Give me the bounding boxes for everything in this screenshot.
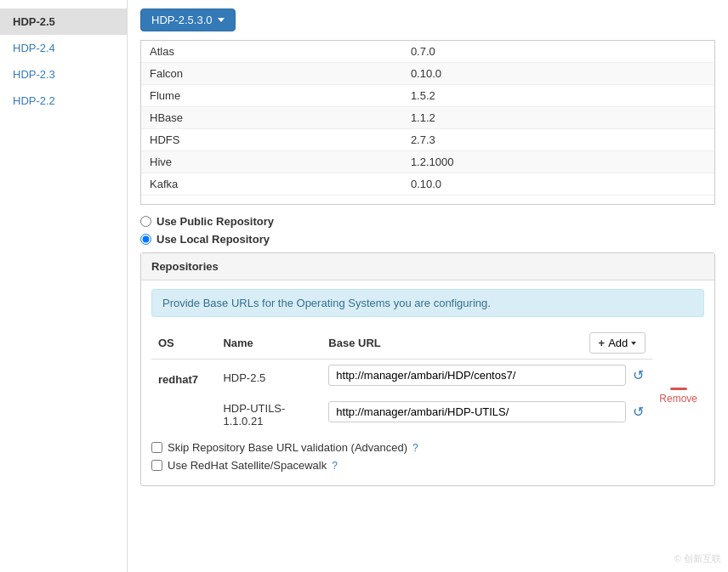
repositories-body: Provide Base URLs for the Operating Syst… <box>141 280 714 485</box>
repositories-box: Repositories Provide Base URLs for the O… <box>140 252 715 486</box>
component-version: 0.10.0 <box>402 173 714 195</box>
use-public-repo-option: Use Public Repository <box>140 215 715 228</box>
col-os-header: OS <box>151 327 216 360</box>
sidebar-item-hdp-2-5[interactable]: HDP-2.5 <box>0 8 127 35</box>
sidebar: HDP-2.5HDP-2.4HDP-2.3HDP-2.2 <box>0 0 128 572</box>
remove-section: Remove <box>659 388 697 405</box>
baseurl-col-label: Base URL <box>328 337 380 349</box>
sidebar-item-hdp-2-2[interactable]: HDP-2.2 <box>0 88 127 114</box>
component-row: Atlas0.7.0 <box>141 41 714 63</box>
component-name: Falcon <box>141 63 402 85</box>
local-repo-radio[interactable] <box>140 234 151 245</box>
component-table: Atlas0.7.0Falcon0.10.0Flume1.5.2HBase1.1… <box>141 41 714 195</box>
version-label: HDP-2.5.3.0 <box>151 14 213 26</box>
component-row: Hive1.2.1000 <box>141 151 714 173</box>
sidebar-item-hdp-2-4[interactable]: HDP-2.4 <box>0 35 127 61</box>
component-version: 0.10.0 <box>402 63 714 85</box>
use-satellite-checkbox[interactable] <box>151 460 162 471</box>
repo-url-cell: ↺ <box>321 396 652 433</box>
component-version: 1.1.2 <box>402 107 714 129</box>
repo-table: OS Name Base URL + Add <box>151 327 704 433</box>
refresh-button[interactable]: ↺ <box>631 367 646 383</box>
url-input[interactable] <box>328 401 626 422</box>
info-bar: Provide Base URLs for the Operating Syst… <box>151 289 704 317</box>
component-name: Flume <box>141 85 402 107</box>
component-name: Kafka <box>141 173 402 195</box>
col-name-header: Name <box>216 327 321 360</box>
col-baseurl-header: Base URL + Add <box>321 327 652 360</box>
checkbox-section: Skip Repository Base URL validation (Adv… <box>151 441 704 472</box>
dropdown-caret-icon <box>218 18 225 22</box>
use-satellite-row: Use RedHat Satellite/Spacewalk ? <box>151 459 704 472</box>
add-label: Add <box>608 337 628 349</box>
component-row: HBase1.1.2 <box>141 107 714 129</box>
skip-validation-label[interactable]: Skip Repository Base URL validation (Adv… <box>168 441 407 454</box>
component-table-wrapper: Atlas0.7.0Falcon0.10.0Flume1.5.2HBase1.1… <box>140 40 715 205</box>
repo-row: redhat7 HDP-2.5 ↺ Remove <box>151 360 704 397</box>
add-caret-icon <box>631 342 636 345</box>
component-row: Kafka0.10.0 <box>141 173 714 195</box>
component-row: Flume1.5.2 <box>141 85 714 107</box>
watermark: © 创新互联 <box>674 552 721 565</box>
public-repo-label[interactable]: Use Public Repository <box>156 215 274 228</box>
component-name: HDFS <box>141 129 402 151</box>
remove-cell: Remove <box>652 360 704 433</box>
plus-icon: + <box>599 337 606 349</box>
component-row: HDFS2.7.3 <box>141 129 714 151</box>
component-name: Hive <box>141 151 402 173</box>
repo-url-cell: ↺ <box>321 360 652 397</box>
repo-row: HDP-UTILS-1.1.0.21 ↺ <box>151 396 704 433</box>
skip-validation-row: Skip Repository Base URL validation (Adv… <box>151 441 704 454</box>
radio-section: Use Public Repository Use Local Reposito… <box>140 215 715 246</box>
version-dropdown-button[interactable]: HDP-2.5.3.0 <box>140 8 236 31</box>
repo-name-cell: HDP-2.5 <box>216 360 321 397</box>
component-version: 1.5.2 <box>402 85 714 107</box>
skip-validation-help-icon[interactable]: ? <box>412 442 418 454</box>
component-version: 1.2.1000 <box>402 151 714 173</box>
add-button[interactable]: + Add <box>589 332 646 354</box>
component-name: Atlas <box>141 41 402 63</box>
url-row: ↺ <box>328 401 646 422</box>
repo-name-cell: HDP-UTILS-1.1.0.21 <box>216 396 321 433</box>
skip-validation-checkbox[interactable] <box>151 442 162 453</box>
sidebar-item-hdp-2-3[interactable]: HDP-2.3 <box>0 61 127 88</box>
url-input[interactable] <box>328 365 626 386</box>
use-local-repo-option: Use Local Repository <box>140 233 715 246</box>
component-version: 2.7.3 <box>402 129 714 151</box>
refresh-button[interactable]: ↺ <box>631 404 646 420</box>
local-repo-label[interactable]: Use Local Repository <box>156 233 270 246</box>
content-area: HDP-2.5.3.0 Atlas0.7.0Falcon0.10.0Flume1… <box>128 0 728 572</box>
url-row: ↺ <box>328 365 646 386</box>
use-satellite-label[interactable]: Use RedHat Satellite/Spacewalk <box>168 459 327 472</box>
public-repo-radio[interactable] <box>140 216 151 227</box>
repositories-header: Repositories <box>141 253 714 280</box>
remove-button[interactable]: Remove <box>659 393 697 405</box>
component-name: HBase <box>141 107 402 129</box>
component-row: Falcon0.10.0 <box>141 63 714 85</box>
os-cell: redhat7 <box>151 360 216 433</box>
component-version: 0.7.0 <box>402 41 714 63</box>
remove-icon <box>670 388 687 390</box>
use-satellite-help-icon[interactable]: ? <box>332 460 338 472</box>
